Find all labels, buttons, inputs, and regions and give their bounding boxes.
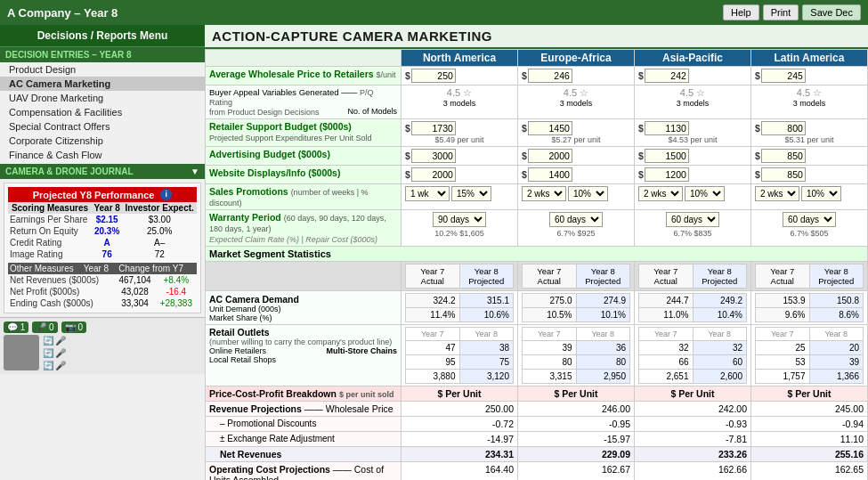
wholesale-ap: 242.00 bbox=[635, 402, 751, 417]
perf-row-label: Earnings Per Share bbox=[8, 214, 92, 225]
row-avg-wholesale: Average Wholesale Price to Retailers $/u… bbox=[206, 67, 868, 85]
promo-na: -0.72 bbox=[402, 417, 518, 432]
warranty-na: 90 days60 days 10.2% $1,605 bbox=[402, 210, 518, 247]
online-na-y8: 75 bbox=[459, 355, 514, 370]
adv-na-input[interactable] bbox=[411, 149, 456, 163]
share-na-y7: 11.4% bbox=[406, 308, 460, 322]
buyer-la: 4.5 ☆ 3 models bbox=[751, 85, 868, 119]
wholesale-la-input[interactable] bbox=[761, 69, 806, 83]
promo-ea-weeks[interactable]: 2 wks1 wk bbox=[522, 186, 566, 201]
retail-na-y8label: Year 8 bbox=[459, 328, 514, 341]
adv-ea-input[interactable] bbox=[528, 149, 572, 163]
share-na-y8: 10.6% bbox=[459, 308, 514, 322]
stars-ea: 4.5 ☆ bbox=[522, 87, 630, 99]
from-design-label: from Product Design Decisions bbox=[209, 108, 320, 117]
demand-label: AC Camera Demand bbox=[209, 294, 397, 305]
stats-label-header bbox=[206, 262, 402, 291]
wholesale-na-input[interactable] bbox=[411, 69, 456, 83]
promo-la-pct[interactable]: 10%15% bbox=[801, 186, 841, 201]
web-ea-input[interactable] bbox=[528, 167, 572, 182]
save-button[interactable]: Save Dec bbox=[802, 4, 861, 20]
sidebar-item-product-design[interactable]: Product Design bbox=[0, 62, 205, 77]
sidebar-item-compensation[interactable]: Compensation & Facilities bbox=[0, 105, 205, 119]
sidebar-item-ac-camera[interactable]: AC Camera Marketing bbox=[0, 77, 205, 91]
sidebar-item-special-contract[interactable]: Special Contract Offers bbox=[0, 119, 205, 134]
chain-la-y8: 20 bbox=[809, 341, 864, 355]
sidebar-item-corporate[interactable]: Corporate Citizenship bbox=[0, 134, 205, 148]
demand-ap-y8: 249.2 bbox=[693, 294, 747, 308]
mic2-icon[interactable]: 🎤 bbox=[55, 336, 66, 346]
mic-icon[interactable]: 🎤 0 bbox=[32, 321, 57, 333]
other-row-year8: 33,304 bbox=[114, 297, 155, 309]
video-icon[interactable]: 📷 0 bbox=[61, 321, 86, 333]
web-ap-input[interactable] bbox=[645, 167, 689, 182]
info-icon[interactable]: i bbox=[160, 189, 172, 200]
perf-row-year8: A bbox=[92, 237, 122, 248]
sidebar-item-uav-drone[interactable]: UAV Drone Marketing bbox=[0, 91, 205, 105]
wholesale-ap-input[interactable] bbox=[645, 69, 689, 83]
exchange-na: -14.97 bbox=[402, 432, 518, 447]
units-na: 164.40 bbox=[402, 462, 518, 481]
warranty-na-select[interactable]: 90 days60 days bbox=[433, 212, 486, 227]
app-title: A Company – Year 8 bbox=[7, 6, 118, 20]
row-market-stats-header: Market Segment Statistics bbox=[206, 247, 868, 262]
web-na-input[interactable] bbox=[411, 167, 456, 182]
promo-ap-weeks[interactable]: 2 wks1 wk bbox=[638, 186, 683, 201]
promo-la-weeks[interactable]: 2 wks1 wk bbox=[755, 186, 799, 201]
web-la-input[interactable] bbox=[761, 167, 806, 182]
promo-na-pct[interactable]: 15%10% bbox=[451, 186, 491, 201]
chat-icon[interactable]: 💬 1 bbox=[4, 321, 28, 333]
retailer-label: Retailer Support Budget ($000s) bbox=[209, 121, 352, 132]
local-label: Local Retail Shops bbox=[209, 355, 397, 364]
warranty-label-cell: Warranty Period (60 days, 90 days, 120 d… bbox=[206, 210, 402, 247]
retailer-na-input[interactable] bbox=[411, 121, 456, 135]
promo-na-weeks[interactable]: 1 wk2 wks bbox=[405, 186, 450, 201]
chain-ap-y8: 32 bbox=[693, 341, 747, 355]
promo-ea-pct[interactable]: 10%15% bbox=[568, 186, 608, 201]
web-ap: $ bbox=[635, 166, 751, 184]
perf-row-expect: $3.00 bbox=[122, 214, 197, 225]
perf-row-expect: A– bbox=[122, 237, 197, 248]
retailer-ea-input[interactable] bbox=[528, 121, 572, 135]
adv-ap: $ bbox=[635, 147, 751, 166]
help-button[interactable]: Help bbox=[723, 4, 759, 20]
journal-arrow[interactable]: ▼ bbox=[191, 167, 199, 176]
mic4-icon[interactable]: 🎤 bbox=[55, 361, 66, 370]
pcp-region-la: $ Per Unit bbox=[751, 386, 868, 402]
wholesale-ea-input[interactable] bbox=[528, 69, 572, 83]
perf-row-year8: 20.3% bbox=[92, 225, 122, 237]
opcost-label-cell: Operating Cost Projections —— Cost of Un… bbox=[206, 462, 402, 481]
demand-la-y7: 153.9 bbox=[756, 294, 810, 308]
other-row-year8: 467,104 bbox=[114, 274, 155, 286]
demand-na-y7: 324.2 bbox=[406, 294, 460, 308]
print-button[interactable]: Print bbox=[763, 4, 799, 20]
promo-disc-label: – Promotional Discounts bbox=[206, 417, 402, 432]
retailer-ap-input[interactable] bbox=[645, 121, 689, 135]
promo-na: 1 wk2 wks 15%10% bbox=[402, 184, 518, 210]
retail-ap-y8label: Year 8 bbox=[693, 328, 747, 341]
retail-label: Retail Outlets bbox=[209, 327, 397, 338]
warranty-ap-select[interactable]: 60 days90 days bbox=[666, 212, 719, 227]
avg-wholesale-ea: $ bbox=[518, 67, 635, 85]
mic3-icon[interactable]: 🎤 bbox=[55, 348, 66, 358]
refresh2-icon[interactable]: 🔄 bbox=[43, 348, 53, 358]
ea-year-headers: Year 7ActualYear 8Projected bbox=[518, 262, 635, 291]
warranty-la-select[interactable]: 60 days90 days bbox=[783, 212, 836, 227]
perf-row-year8: $2.15 bbox=[92, 214, 122, 225]
promo-ap-pct[interactable]: 10%15% bbox=[685, 186, 725, 201]
row-website: Website Displays/Info ($000s) $ $ $ $ bbox=[206, 166, 868, 184]
demand-ea: 275.0 274.9 10.5% 10.1% bbox=[518, 291, 635, 325]
online-ap-y7: 66 bbox=[639, 355, 694, 370]
refresh3-icon[interactable]: 🔄 bbox=[43, 361, 53, 370]
warranty-ea-select[interactable]: 60 days90 days bbox=[549, 212, 603, 227]
promo-ap: -0.93 bbox=[635, 417, 751, 432]
adv-la-input[interactable] bbox=[761, 149, 806, 163]
retailer-la-input[interactable] bbox=[761, 121, 806, 135]
refresh-icon[interactable]: 🔄 bbox=[43, 336, 53, 346]
other-measures-header: Other Measures Year 8 Change from Y7 bbox=[8, 263, 197, 274]
adv-ap-input[interactable] bbox=[645, 149, 689, 163]
opcost-label: Operating Cost Projections bbox=[209, 464, 330, 475]
demand-la: 153.9 150.8 9.6% 8.6% bbox=[751, 291, 868, 325]
sidebar-item-finance[interactable]: Finance & Cash Flow bbox=[0, 148, 205, 162]
models-ap: 3 models bbox=[638, 99, 747, 108]
